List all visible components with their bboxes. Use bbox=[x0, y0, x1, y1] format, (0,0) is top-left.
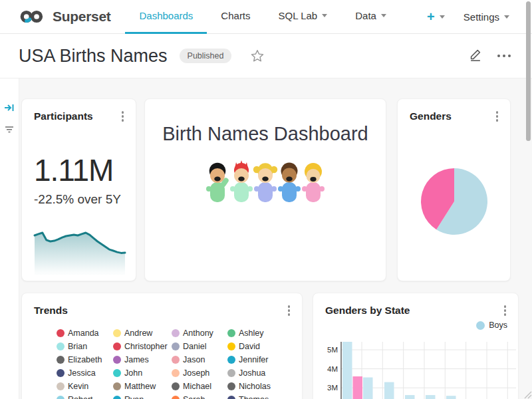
bar-girls[interactable] bbox=[353, 376, 363, 399]
published-badge[interactable]: Published bbox=[180, 49, 232, 63]
legend-dot-icon bbox=[57, 342, 65, 350]
caret-down-icon bbox=[440, 15, 445, 19]
edit-dashboard-icon[interactable] bbox=[468, 47, 483, 65]
nav-charts[interactable]: Charts bbox=[207, 0, 264, 34]
legend-label: John bbox=[124, 368, 142, 378]
bar-boys[interactable] bbox=[446, 396, 456, 399]
legend-label: Jason bbox=[183, 355, 205, 364]
legend-dot-icon bbox=[113, 382, 121, 390]
page-title: USA Births Names bbox=[19, 46, 168, 66]
legend-dot-icon bbox=[227, 369, 235, 377]
participants-sparkline-chart bbox=[31, 224, 128, 281]
legend-item-boys[interactable]: Boys bbox=[476, 321, 507, 330]
legend-dot-icon bbox=[113, 342, 121, 350]
card-menu-icon[interactable] bbox=[493, 110, 501, 123]
legend-item[interactable]: Sarah bbox=[172, 393, 227, 399]
legend-item[interactable]: David bbox=[227, 340, 291, 353]
participants-card: Participants 1.11M -22.5% over 5Y bbox=[21, 98, 136, 281]
legend-item[interactable]: Jason bbox=[172, 353, 227, 366]
legend-dot-icon bbox=[227, 396, 235, 399]
y-axis-tick: 3M bbox=[327, 384, 338, 392]
legend-item[interactable]: Joshua bbox=[227, 366, 291, 380]
legend-dot-icon bbox=[57, 396, 65, 399]
caret-down-icon bbox=[504, 15, 509, 19]
favorite-star-icon[interactable] bbox=[250, 49, 265, 63]
legend-item[interactable]: Christopher bbox=[113, 340, 172, 353]
legend-label: Amanda bbox=[68, 329, 99, 338]
top-nav-bar: Superset Dashboards Charts SQL Lab Data … bbox=[0, 0, 532, 34]
genders-by-state-card: Genders by State Boys 5M4M3M bbox=[313, 293, 519, 399]
legend-item[interactable]: Kevin bbox=[57, 380, 113, 393]
trends-legend: AmandaAndrewAnthonyAshleyBrianChristophe… bbox=[57, 327, 298, 399]
superset-infinity-icon bbox=[19, 9, 47, 25]
card-title: Genders bbox=[410, 110, 452, 122]
genders-pie-chart bbox=[418, 166, 490, 237]
brand-name: Superset bbox=[53, 9, 110, 25]
legend-item[interactable]: John bbox=[113, 366, 172, 380]
legend-label: Brian bbox=[68, 342, 87, 351]
legend-label: Elizabeth bbox=[68, 355, 102, 364]
legend-item[interactable]: Nicholas bbox=[227, 380, 291, 393]
legend-item[interactable]: Brian bbox=[57, 340, 113, 353]
bar-boys[interactable] bbox=[426, 395, 436, 399]
settings-menu[interactable]: Settings bbox=[464, 11, 509, 23]
legend-item[interactable]: Jennifer bbox=[227, 353, 291, 366]
legend-label: Daniel bbox=[183, 342, 206, 351]
legend-dot-icon bbox=[172, 329, 180, 337]
legend-label: Jennifer bbox=[239, 355, 268, 364]
legend-item[interactable]: Matthew bbox=[113, 380, 172, 393]
legend-dot-icon bbox=[227, 356, 235, 364]
card-menu-icon[interactable] bbox=[285, 304, 293, 317]
new-item-button[interactable]: + bbox=[427, 9, 445, 25]
legend-dot-icon bbox=[227, 342, 235, 350]
legend-item[interactable]: Robert bbox=[57, 393, 113, 399]
filter-rail bbox=[0, 78, 19, 399]
legend-item[interactable]: Anthony bbox=[172, 327, 227, 340]
legend-item[interactable]: Daniel bbox=[172, 340, 227, 353]
nav-data[interactable]: Data bbox=[341, 0, 400, 34]
legend-dot-icon bbox=[57, 382, 65, 390]
bar-boys[interactable] bbox=[342, 342, 352, 399]
collapse-filters-icon[interactable] bbox=[4, 125, 15, 137]
legend-item[interactable]: Joseph bbox=[172, 366, 227, 380]
legend-dot-icon bbox=[476, 321, 485, 330]
trends-card: Trends AmandaAndrewAnthonyAshleyBrianChr… bbox=[21, 293, 303, 399]
legend-item[interactable]: Michael bbox=[172, 380, 227, 393]
legend-dot-icon bbox=[113, 396, 121, 399]
bar-boys[interactable] bbox=[384, 382, 394, 399]
nav-sql-lab[interactable]: SQL Lab bbox=[265, 0, 342, 34]
legend-label: Andrew bbox=[124, 329, 152, 338]
expand-filters-icon[interactable] bbox=[4, 102, 15, 116]
superset-logo[interactable]: Superset bbox=[19, 9, 110, 25]
resize-handle-icon[interactable] bbox=[521, 388, 532, 399]
bar-boys[interactable] bbox=[405, 395, 415, 399]
legend-dot-icon bbox=[172, 369, 180, 377]
legend-label: Thomas bbox=[239, 395, 269, 399]
more-actions-icon[interactable] bbox=[497, 55, 511, 57]
legend-item[interactable]: Thomas bbox=[227, 393, 291, 399]
genders-card: Genders bbox=[397, 98, 511, 281]
legend-item[interactable]: Ryan bbox=[113, 393, 172, 399]
legend-item[interactable]: Elizabeth bbox=[57, 353, 113, 366]
legend-label: Sarah bbox=[183, 395, 205, 399]
legend-dot-icon bbox=[172, 356, 180, 364]
card-title: Genders by State bbox=[325, 305, 410, 317]
bar-boys[interactable] bbox=[363, 378, 373, 399]
legend-item[interactable]: Amanda bbox=[57, 327, 113, 340]
nav-dashboards[interactable]: Dashboards bbox=[125, 0, 207, 34]
legend-item[interactable]: Ashley bbox=[227, 327, 291, 340]
legend-dot-icon bbox=[113, 356, 121, 364]
legend-dot-icon bbox=[172, 396, 180, 399]
dashboard-title-bar: USA Births Names Published bbox=[0, 34, 532, 78]
legend-label: Christopher bbox=[124, 342, 168, 351]
card-menu-icon[interactable] bbox=[501, 304, 509, 317]
vertical-scrollbar[interactable] bbox=[526, 1, 531, 141]
legend-label: James bbox=[124, 355, 149, 364]
legend-item[interactable]: Andrew bbox=[113, 327, 172, 340]
card-menu-icon[interactable] bbox=[119, 110, 127, 123]
legend-label: David bbox=[239, 342, 260, 351]
dashboard-headline: Birth Names Dashboard bbox=[145, 123, 386, 145]
legend-item[interactable]: James bbox=[113, 353, 172, 366]
legend-label: Joseph bbox=[183, 368, 209, 378]
legend-item[interactable]: Jessica bbox=[57, 366, 113, 380]
